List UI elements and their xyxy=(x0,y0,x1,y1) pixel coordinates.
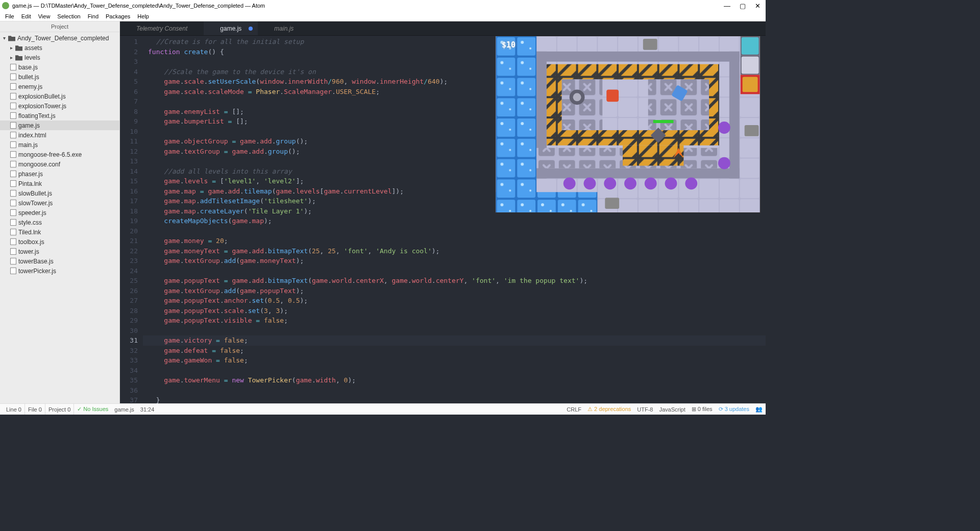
tab-main-js[interactable]: main.js xyxy=(258,21,310,35)
code-line[interactable]: game.popupText.scale.set(3, 3); xyxy=(148,306,766,316)
status-filename[interactable]: game.js xyxy=(111,404,137,415)
file-icon xyxy=(10,112,16,119)
file-game-js[interactable]: game.js xyxy=(0,120,119,130)
code-line[interactable]: game.popupText.visible = false; xyxy=(148,316,766,326)
svg-point-29 xyxy=(624,177,636,189)
status-deprecations[interactable]: ⚠ 2 deprecations xyxy=(587,406,631,413)
code-line[interactable]: } xyxy=(148,395,766,403)
tree-label: Andy_Tower_Defense_completed xyxy=(17,35,109,42)
file-icon xyxy=(10,171,16,177)
folder-assets[interactable]: ▸assets xyxy=(0,43,119,53)
file-icon xyxy=(10,132,16,138)
code-line[interactable]: game.popupText.anchor.set(0.5, 0.5); xyxy=(148,296,766,306)
tree-label: speeder.js xyxy=(18,209,46,216)
code-line[interactable]: game.textGroup.add(game.moneyText); xyxy=(148,256,766,266)
code-line[interactable]: game.money = 20; xyxy=(148,236,766,246)
file-icon xyxy=(10,268,16,274)
svg-rect-14 xyxy=(496,36,536,212)
status-cursor[interactable]: 31:24 xyxy=(137,404,158,415)
code-line[interactable] xyxy=(148,266,766,276)
file-slowbullet-js[interactable]: slowBullet.js xyxy=(0,188,119,198)
minimize-button[interactable]: — xyxy=(724,2,730,10)
file-towerbase-js[interactable]: towerBase.js xyxy=(0,256,119,266)
menu-help[interactable]: Help xyxy=(134,12,152,20)
file-speeder-js[interactable]: speeder.js xyxy=(0,208,119,218)
file-main-js[interactable]: main.js xyxy=(0,140,119,150)
code-line[interactable] xyxy=(148,366,766,376)
folder-levels[interactable]: ▸levels xyxy=(0,53,119,62)
menu-view[interactable]: View xyxy=(35,12,54,20)
code-line[interactable] xyxy=(148,385,766,396)
file-icon xyxy=(10,83,16,90)
maximize-button[interactable]: ▢ xyxy=(740,2,746,10)
menu-selection[interactable]: Selection xyxy=(54,12,83,20)
file-mongoose-free-6-5-exe[interactable]: mongoose-free-6.5.exe xyxy=(0,150,119,159)
editor-body[interactable]: 1234567891011121314151617181920212223242… xyxy=(120,36,766,403)
code-line[interactable] xyxy=(148,226,766,236)
chevron-icon: ▸ xyxy=(10,45,15,51)
code-line[interactable]: game.textGroup.add(game.popupText); xyxy=(148,286,766,296)
folder-andy-tower-defense-completed[interactable]: ▾Andy_Tower_Defense_completed xyxy=(0,33,119,43)
code-line[interactable]: createMapObjects(game.map); xyxy=(148,216,766,226)
status-language[interactable]: JavaScript xyxy=(659,406,685,413)
file-toolbox-js[interactable]: toolbox.js xyxy=(0,237,119,247)
status-file[interactable]: File 0 xyxy=(25,404,45,415)
tree-label: Tiled.lnk xyxy=(18,229,41,236)
game-preview: $10 xyxy=(495,36,761,213)
svg-rect-44 xyxy=(605,198,619,209)
status-eol[interactable]: CRLF xyxy=(567,406,581,413)
folder-icon xyxy=(8,35,15,41)
status-issues[interactable]: ✓ No Issues xyxy=(74,404,111,415)
file-pinta-lnk[interactable]: Pinta.lnk xyxy=(0,179,119,188)
code-line[interactable]: game.defeat = false; xyxy=(148,346,766,356)
file-index-html[interactable]: index.html xyxy=(0,130,119,140)
tree-label: explosionBullet.js xyxy=(18,93,66,100)
file-tiled-lnk[interactable]: Tiled.lnk xyxy=(0,227,119,237)
file-floatingtext-js[interactable]: floatingText.js xyxy=(0,111,119,120)
file-style-css[interactable]: style.css xyxy=(0,218,119,227)
menu-packages[interactable]: Packages xyxy=(103,12,133,20)
file-enemy-js[interactable]: enemy.js xyxy=(0,82,119,91)
status-git-files[interactable]: ⊞ 0 files xyxy=(692,406,713,413)
svg-point-26 xyxy=(564,177,576,189)
menu-file[interactable]: File xyxy=(2,12,17,20)
money-hud: $10 xyxy=(502,40,516,50)
file-bullet-js[interactable]: bullet.js xyxy=(0,72,119,82)
svg-rect-17 xyxy=(536,168,740,179)
file-base-js[interactable]: base.js xyxy=(0,62,119,72)
status-updates[interactable]: ⟳ 3 updates xyxy=(719,406,749,413)
tab-game-js[interactable]: game.js xyxy=(204,21,258,35)
svg-rect-42 xyxy=(643,39,657,50)
tree-label: Pinta.lnk xyxy=(18,180,42,187)
status-project[interactable]: Project 0 xyxy=(45,404,74,415)
svg-rect-40 xyxy=(653,120,674,123)
svg-rect-19 xyxy=(729,52,740,179)
file-mongoose-conf[interactable]: mongoose.conf xyxy=(0,159,119,169)
status-share-icon[interactable]: 👥 xyxy=(755,406,763,413)
code-line[interactable]: game.popupText = game.add.bitmapText(gam… xyxy=(148,276,766,286)
menu-find[interactable]: Find xyxy=(85,12,102,20)
svg-rect-50 xyxy=(743,77,758,92)
file-explosiontower-js[interactable]: explosionTower.js xyxy=(0,101,119,111)
file-tower-js[interactable]: tower.js xyxy=(0,247,119,256)
status-line[interactable]: Line 0 xyxy=(3,404,25,415)
project-sidebar[interactable]: Project ▾Andy_Tower_Defense_completed▸as… xyxy=(0,21,120,403)
tab-telemetry-consent[interactable]: Telemetry Consent xyxy=(120,21,204,35)
file-explosionbullet-js[interactable]: explosionBullet.js xyxy=(0,91,119,101)
code-line[interactable]: game.gameWon = false; xyxy=(148,355,766,366)
code-line[interactable] xyxy=(148,326,766,336)
editor-region: Telemetry Consentgame.jsmain.js 12345678… xyxy=(120,21,766,403)
close-button[interactable]: ✕ xyxy=(755,2,761,10)
tree-label: slowBullet.js xyxy=(18,190,52,197)
status-encoding[interactable]: UTF-8 xyxy=(637,406,653,413)
game-canvas xyxy=(496,36,760,212)
code-line[interactable]: game.towerMenu = new TowerPicker(game.wi… xyxy=(148,375,766,385)
file-slowtower-js[interactable]: slowTower.js xyxy=(0,198,119,208)
tree-label: floatingText.js xyxy=(18,112,56,119)
file-towerpicker-js[interactable]: towerPicker.js xyxy=(0,266,119,276)
code-line[interactable]: game.moneyText = game.add.bitmapText(25,… xyxy=(148,246,766,256)
svg-rect-16 xyxy=(536,52,740,62)
tab-bar: Telemetry Consentgame.jsmain.js xyxy=(120,21,766,36)
file-phaser-js[interactable]: phaser.js xyxy=(0,169,119,179)
menu-edit[interactable]: Edit xyxy=(18,12,34,20)
